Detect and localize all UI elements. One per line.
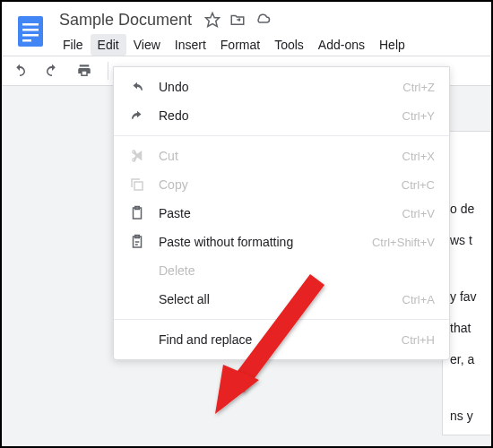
menu-redo-label: Redo: [159, 108, 402, 123]
menu-copy: Copy Ctrl+C: [114, 170, 449, 199]
svg-rect-3: [22, 34, 39, 37]
redo-icon: [126, 108, 148, 124]
svg-rect-6: [134, 182, 143, 190]
menu-select-all[interactable]: Select all Ctrl+A: [114, 285, 449, 314]
svg-rect-4: [22, 39, 31, 42]
menu-cut-shortcut: Ctrl+X: [402, 150, 435, 163]
edit-dropdown: Undo Ctrl+Z Redo Ctrl+Y Cut Ctrl+X Copy …: [113, 66, 450, 360]
paste-icon: [126, 205, 148, 221]
doc-text: er, a: [450, 350, 484, 369]
copy-icon: [126, 177, 148, 193]
menu-find-replace-label: Find and replace: [159, 332, 402, 347]
menu-undo-shortcut: Ctrl+Z: [402, 81, 435, 94]
menu-view[interactable]: View: [126, 34, 168, 56]
document-title[interactable]: Sample Document: [56, 9, 195, 31]
doc-text: that: [450, 319, 484, 338]
menu-copy-label: Copy: [159, 177, 402, 192]
menu-paste-no-format-shortcut: Ctrl+Shift+V: [372, 236, 435, 249]
menu-file[interactable]: File: [56, 34, 91, 56]
menu-delete-label: Delete: [159, 263, 435, 278]
menu-find-replace[interactable]: Find and replace Ctrl+H: [114, 325, 449, 354]
menu-delete: Delete: [114, 256, 449, 285]
menu-paste[interactable]: Paste Ctrl+V: [114, 199, 449, 228]
menu-cut: Cut Ctrl+X: [114, 142, 449, 170]
menu-paste-no-format[interactable]: Paste without formatting Ctrl+Shift+V: [114, 228, 449, 256]
redo-button[interactable]: [43, 62, 61, 80]
menu-find-replace-shortcut: Ctrl+H: [402, 333, 435, 347]
svg-rect-0: [18, 16, 43, 47]
toolbar-separator: [108, 62, 108, 80]
star-icon[interactable]: [204, 12, 221, 28]
menu-undo[interactable]: Undo Ctrl+Z: [114, 73, 449, 101]
menu-paste-shortcut: Ctrl+V: [402, 207, 435, 220]
move-folder-icon[interactable]: [229, 12, 246, 28]
menu-insert[interactable]: Insert: [168, 34, 213, 56]
doc-text: o de: [450, 200, 484, 219]
menu-addons[interactable]: Add-ons: [311, 34, 372, 56]
undo-button[interactable]: [11, 62, 29, 80]
cloud-status-icon[interactable]: [255, 12, 271, 28]
print-button[interactable]: [75, 62, 93, 80]
menu-paste-no-format-label: Paste without formatting: [159, 235, 372, 249]
menu-edit[interactable]: Edit: [91, 34, 126, 56]
cut-icon: [126, 148, 148, 164]
menubar: File Edit View Insert Format Tools Add-o…: [56, 34, 491, 56]
menu-redo[interactable]: Redo Ctrl+Y: [114, 101, 449, 130]
svg-rect-1: [22, 23, 39, 26]
menu-copy-shortcut: Ctrl+C: [402, 178, 435, 192]
undo-icon: [126, 79, 148, 95]
menu-separator: [114, 319, 449, 320]
menu-tools[interactable]: Tools: [267, 34, 311, 56]
menu-cut-label: Cut: [159, 149, 402, 163]
svg-marker-5: [206, 13, 220, 27]
menu-format[interactable]: Format: [213, 34, 267, 56]
paste-nofmt-icon: [126, 234, 148, 250]
doc-text: y fav: [450, 288, 484, 306]
docs-logo[interactable]: [13, 13, 48, 48]
doc-text: ws t: [450, 231, 484, 250]
svg-rect-2: [22, 29, 39, 31]
menu-redo-shortcut: Ctrl+Y: [402, 109, 435, 123]
menu-select-all-shortcut: Ctrl+A: [402, 293, 435, 306]
menu-separator: [114, 135, 449, 136]
menu-undo-label: Undo: [159, 80, 402, 94]
menu-select-all-label: Select all: [159, 292, 402, 306]
menu-paste-label: Paste: [159, 206, 402, 220]
menu-help[interactable]: Help: [372, 34, 412, 56]
doc-text: ns y: [450, 407, 484, 426]
